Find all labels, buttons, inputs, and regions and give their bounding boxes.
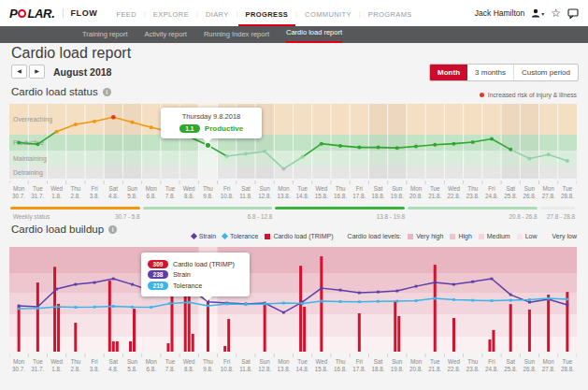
tolerance-point[interactable] bbox=[491, 299, 494, 302]
status-point[interactable] bbox=[74, 123, 78, 126]
range-button-3-months[interactable]: 3 months bbox=[467, 65, 513, 80]
menu-item-community[interactable]: COMMUNITY bbox=[297, 1, 359, 26]
strain-point[interactable] bbox=[282, 311, 285, 314]
tolerance-point[interactable] bbox=[358, 300, 361, 303]
status-point[interactable] bbox=[225, 154, 229, 158]
subnav-item-running-index-report[interactable]: Running Index report bbox=[204, 28, 269, 43]
status-point[interactable] bbox=[244, 152, 248, 155]
strain-point[interactable] bbox=[339, 289, 342, 292]
strain-point[interactable] bbox=[528, 301, 531, 304]
subnav-item-training-report[interactable]: Training report bbox=[82, 28, 128, 43]
trimp-bar[interactable] bbox=[547, 295, 550, 352]
strain-point[interactable] bbox=[509, 294, 512, 296]
strain-point[interactable] bbox=[377, 291, 380, 294]
tolerance-point[interactable] bbox=[509, 299, 512, 302]
trimp-bar[interactable] bbox=[184, 288, 187, 352]
trimp-bar[interactable] bbox=[166, 343, 169, 352]
trimp-bar[interactable] bbox=[129, 341, 132, 352]
tolerance-point[interactable] bbox=[339, 300, 342, 303]
trimp-bar[interactable] bbox=[108, 281, 111, 352]
trimp-bar[interactable] bbox=[188, 288, 191, 352]
tolerance-point[interactable] bbox=[395, 300, 398, 303]
tolerance-point[interactable] bbox=[282, 302, 285, 305]
flow-label[interactable]: FLOW bbox=[63, 8, 98, 18]
strain-point[interactable] bbox=[55, 288, 58, 291]
tolerance-point[interactable] bbox=[245, 303, 248, 306]
trimp-bar[interactable] bbox=[303, 307, 306, 352]
status-point[interactable] bbox=[338, 144, 342, 148]
range-button-month[interactable]: Month bbox=[430, 65, 467, 80]
trimp-bar[interactable] bbox=[264, 303, 266, 352]
status-point[interactable] bbox=[527, 157, 531, 161]
trimp-bar[interactable] bbox=[223, 346, 226, 352]
tolerance-point[interactable] bbox=[301, 302, 304, 305]
tolerance-point[interactable] bbox=[566, 298, 568, 301]
tolerance-point[interactable] bbox=[55, 306, 58, 309]
trimp-bar[interactable] bbox=[112, 341, 115, 352]
strain-point[interactable] bbox=[471, 281, 474, 283]
trimp-bar[interactable] bbox=[53, 267, 56, 352]
trimp-bar[interactable] bbox=[74, 323, 77, 352]
tolerance-point[interactable] bbox=[74, 306, 77, 309]
tolerance-point[interactable] bbox=[547, 297, 550, 300]
tolerance-point[interactable] bbox=[112, 305, 115, 308]
strain-point[interactable] bbox=[320, 287, 323, 290]
strain-point[interactable] bbox=[112, 278, 115, 281]
status-point[interactable] bbox=[301, 155, 305, 159]
menu-item-explore[interactable]: EXPLORE bbox=[146, 1, 196, 26]
status-point[interactable] bbox=[131, 121, 135, 124]
trimp-bar[interactable] bbox=[57, 304, 60, 352]
status-point[interactable] bbox=[281, 167, 285, 171]
tolerance-point[interactable] bbox=[169, 302, 172, 305]
status-point[interactable] bbox=[547, 152, 551, 156]
account-menu-button[interactable]: ▾ bbox=[531, 8, 544, 18]
favorites-star-icon[interactable]: ☆ bbox=[551, 7, 561, 19]
strain-point[interactable] bbox=[491, 278, 494, 281]
status-point[interactable] bbox=[509, 148, 512, 152]
status-point[interactable] bbox=[150, 125, 153, 129]
status-point[interactable] bbox=[357, 146, 361, 150]
range-button-custom-period[interactable]: Custom period bbox=[513, 65, 578, 80]
trimp-bar[interactable] bbox=[528, 310, 531, 352]
menu-item-progress[interactable]: PROGRESS bbox=[238, 1, 296, 26]
trimp-bar[interactable] bbox=[36, 282, 39, 352]
trimp-bar[interactable] bbox=[488, 339, 491, 352]
trimp-bar[interactable] bbox=[397, 316, 400, 352]
tolerance-point[interactable] bbox=[207, 305, 209, 308]
chat-icon[interactable] bbox=[567, 8, 579, 19]
trimp-bar[interactable] bbox=[133, 309, 136, 352]
status-point[interactable] bbox=[490, 137, 494, 141]
status-point[interactable] bbox=[377, 146, 380, 150]
tolerance-point[interactable] bbox=[471, 299, 474, 302]
tolerance-point[interactable] bbox=[93, 306, 96, 309]
tolerance-point[interactable] bbox=[225, 303, 228, 306]
tolerance-point[interactable] bbox=[18, 308, 21, 311]
strain-point[interactable] bbox=[452, 283, 455, 286]
status-point[interactable] bbox=[93, 120, 96, 123]
strain-point[interactable] bbox=[566, 304, 568, 307]
tolerance-point[interactable] bbox=[150, 306, 152, 309]
next-period-button[interactable]: ▶ bbox=[29, 65, 45, 79]
trimp-bar[interactable] bbox=[116, 341, 119, 352]
status-point[interactable] bbox=[55, 130, 59, 134]
tolerance-point[interactable] bbox=[434, 297, 437, 300]
strain-point[interactable] bbox=[131, 283, 134, 286]
trimp-bar[interactable] bbox=[434, 265, 437, 352]
menu-item-feed[interactable]: FEED bbox=[108, 1, 144, 26]
status-point[interactable] bbox=[36, 142, 39, 146]
trimp-bar[interactable] bbox=[18, 306, 21, 352]
user-name[interactable]: Jack Hamilton bbox=[475, 8, 524, 18]
status-point[interactable] bbox=[452, 142, 455, 146]
strain-point[interactable] bbox=[434, 282, 437, 284]
trimp-bar[interactable] bbox=[299, 266, 302, 352]
strain-point[interactable] bbox=[93, 282, 96, 284]
strain-point[interactable] bbox=[395, 290, 398, 293]
menu-item-diary[interactable]: DIARY bbox=[198, 1, 237, 26]
trimp-bar[interactable] bbox=[358, 313, 361, 352]
subnav-item-activity-report[interactable]: Activity report bbox=[145, 28, 187, 43]
trimp-bar[interactable] bbox=[227, 319, 230, 352]
tolerance-point[interactable] bbox=[320, 300, 323, 303]
status-point[interactable] bbox=[395, 146, 399, 150]
trimp-bar[interactable] bbox=[192, 334, 194, 352]
subnav-item-cardio-load-report[interactable]: Cardio load report bbox=[286, 26, 342, 43]
